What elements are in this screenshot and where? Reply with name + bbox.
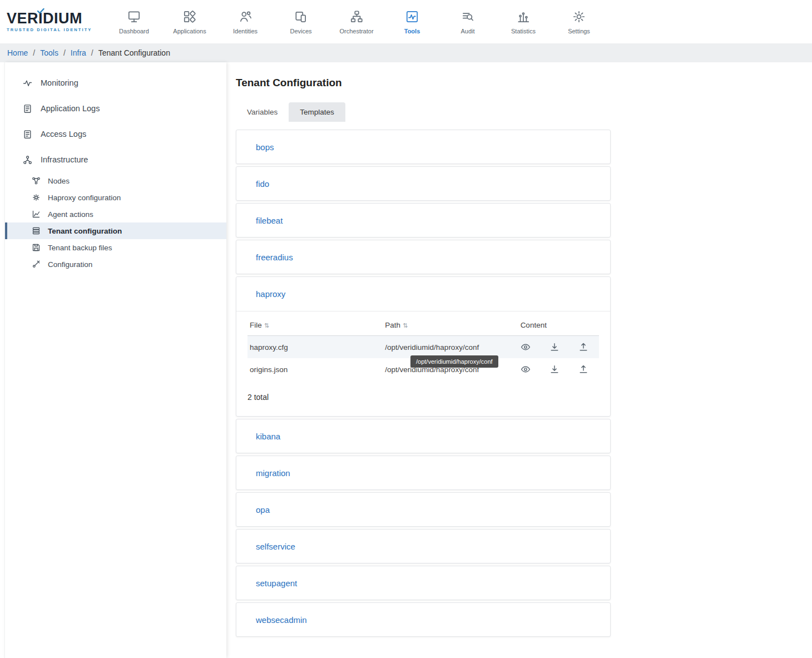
nav-item-audit[interactable]: Audit xyxy=(440,9,496,34)
haproxy-configuration-icon xyxy=(32,193,41,202)
nav-item-settings[interactable]: Settings xyxy=(551,9,607,34)
download-button[interactable] xyxy=(549,364,560,374)
sidebar-item-label: Agent actions xyxy=(48,210,93,219)
tab-templates[interactable]: Templates xyxy=(289,102,345,122)
column-header-label: Content xyxy=(521,321,547,329)
accordion-item-kibana[interactable]: kibana xyxy=(236,419,611,453)
upload-icon xyxy=(578,342,588,352)
identities-icon xyxy=(238,9,252,24)
accordion-item-label: setupagent xyxy=(256,578,297,588)
sidebar-item-nodes[interactable]: Nodes xyxy=(5,172,226,189)
sidebar-item-label: Haproxy configuration xyxy=(48,194,121,202)
devices-icon xyxy=(294,9,308,24)
total-count: 2 total xyxy=(247,393,599,402)
nav-label: Tools xyxy=(404,28,420,34)
upload-button[interactable] xyxy=(578,342,588,352)
configuration-icon xyxy=(32,260,41,269)
column-header-label: Path xyxy=(385,321,400,329)
breadcrumb-tools[interactable]: Tools xyxy=(40,48,58,57)
nav-item-dashboard[interactable]: Dashboard xyxy=(106,9,162,34)
upload-button[interactable] xyxy=(578,364,588,374)
sidebar-item-label: Application Logs xyxy=(41,104,100,113)
sidebar-item-configuration[interactable]: Configuration xyxy=(5,256,226,273)
logo-checkmark-icon xyxy=(37,8,44,14)
nav-label: Devices xyxy=(290,28,311,34)
sidebar-item-access-logs[interactable]: Access Logs xyxy=(5,121,226,147)
sidebar-item-label: Access Logs xyxy=(41,130,86,138)
file-name-cell: origins.json xyxy=(247,358,383,380)
accordion-item-freeradius[interactable]: freeradius xyxy=(236,240,611,274)
sort-icon[interactable]: ⇅ xyxy=(264,322,269,329)
tabs: Variables Templates xyxy=(236,102,812,122)
orchestrator-icon xyxy=(349,9,364,24)
files-table: File⇅ Path⇅ Content xyxy=(247,314,599,380)
accordion-item-filebeat[interactable]: filebeat xyxy=(236,203,611,238)
settings-icon xyxy=(572,9,586,24)
eye-icon xyxy=(521,364,531,374)
logo-tagline: TRUSTED DIGITAL IDENTITY xyxy=(7,27,98,32)
veridium-logo: VERIDIUM TRUSTED DIGITAL IDENTITY xyxy=(7,11,98,32)
accordion-item-migration[interactable]: migration xyxy=(236,456,611,490)
tab-variables[interactable]: Variables xyxy=(236,102,289,122)
file-name-cell: haproxy.cfg xyxy=(247,336,383,359)
breadcrumb-separator: / xyxy=(91,48,93,57)
column-header-content: Content xyxy=(518,314,599,336)
templates-accordion: bops fido filebeat freeradius haproxy xyxy=(236,130,611,637)
sidebar-item-label: Configuration xyxy=(48,260,92,269)
statistics-icon xyxy=(516,9,531,24)
sidebar-item-label: Tenant configuration xyxy=(48,227,122,235)
accordion-item-label: bops xyxy=(256,142,274,152)
download-icon xyxy=(549,364,560,374)
accordion-group-haproxy: haproxy File⇅ Path⇅ xyxy=(236,276,611,417)
accordion-item-label: freeradius xyxy=(256,253,293,262)
tools-icon xyxy=(405,9,419,24)
sidebar-item-monitoring[interactable]: Monitoring xyxy=(5,70,226,96)
breadcrumb-home[interactable]: Home xyxy=(7,48,28,57)
nav-label: Settings xyxy=(568,28,590,34)
accordion-item-websecadmin[interactable]: websecadmin xyxy=(236,602,611,637)
nav-item-statistics[interactable]: Statistics xyxy=(496,9,551,34)
download-button[interactable] xyxy=(549,342,560,352)
breadcrumb: Home / Tools / Infra / Tenant Configurat… xyxy=(0,43,812,62)
sort-icon[interactable]: ⇅ xyxy=(403,322,408,329)
nav-item-applications[interactable]: Applications xyxy=(162,9,217,34)
accordion-item-label: haproxy xyxy=(256,289,285,299)
nav-item-identities[interactable]: Identities xyxy=(217,9,273,34)
nav-label: Applications xyxy=(173,28,206,34)
view-content-button[interactable] xyxy=(521,364,531,374)
breadcrumb-separator: / xyxy=(63,48,66,57)
application-logs-icon xyxy=(23,104,32,113)
column-header-file[interactable]: File⇅ xyxy=(247,314,383,336)
sidebar-item-tenant-backup-files[interactable]: Tenant backup files xyxy=(5,239,226,256)
nav-label: Statistics xyxy=(511,28,536,34)
table-row: haproxy.cfg /opt/veridiumid/haproxy/conf xyxy=(247,336,599,359)
row-actions xyxy=(521,342,599,352)
view-content-button[interactable] xyxy=(521,342,531,352)
row-actions xyxy=(521,364,599,374)
breadcrumb-infra[interactable]: Infra xyxy=(71,48,86,57)
infrastructure-icon xyxy=(23,155,32,165)
sidebar-item-haproxy-configuration[interactable]: Haproxy configuration xyxy=(5,189,226,206)
accordion-item-bops[interactable]: bops xyxy=(236,130,611,164)
agent-actions-icon xyxy=(32,210,41,219)
sidebar: Monitoring Application Logs Access Logs … xyxy=(4,62,226,658)
accordion-item-selfservice[interactable]: selfservice xyxy=(236,529,611,563)
tenant-backup-files-icon xyxy=(32,243,41,252)
access-logs-icon xyxy=(23,130,32,139)
nodes-icon xyxy=(32,176,41,185)
sidebar-item-tenant-configuration[interactable]: Tenant configuration xyxy=(5,222,226,239)
column-header-path[interactable]: Path⇅ xyxy=(383,314,518,336)
accordion-item-setupagent[interactable]: setupagent xyxy=(236,566,611,600)
nav-item-orchestrator[interactable]: Orchestrator xyxy=(329,9,384,34)
nav-item-devices[interactable]: Devices xyxy=(273,9,329,34)
accordion-item-haproxy[interactable]: haproxy xyxy=(236,277,610,311)
sidebar-item-application-logs[interactable]: Application Logs xyxy=(5,96,226,121)
sidebar-item-infrastructure[interactable]: Infrastructure xyxy=(5,147,226,172)
accordion-item-fido[interactable]: fido xyxy=(236,166,611,201)
accordion-item-label: selfservice xyxy=(256,542,295,551)
monitoring-icon xyxy=(23,78,32,88)
nav-item-tools[interactable]: Tools xyxy=(384,9,440,34)
accordion-item-opa[interactable]: opa xyxy=(236,492,611,527)
sidebar-item-agent-actions[interactable]: Agent actions xyxy=(5,206,226,222)
breadcrumb-separator: / xyxy=(33,48,35,57)
